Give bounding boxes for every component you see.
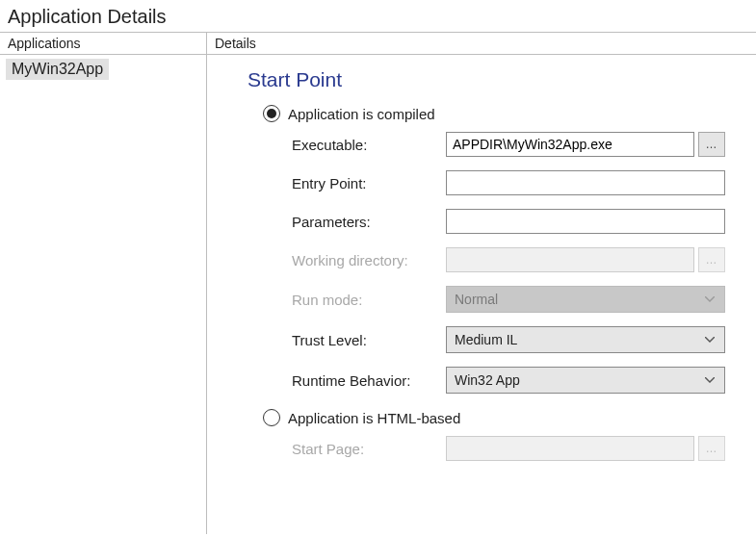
chevron-down-icon xyxy=(705,377,715,383)
radio-row-html-based[interactable]: Application is HTML-based xyxy=(263,409,739,426)
entry-point-input[interactable] xyxy=(446,170,725,195)
label-start-page: Start Page: xyxy=(292,441,446,457)
start-page-input xyxy=(446,436,694,461)
run-mode-value: Normal xyxy=(455,292,498,307)
application-item[interactable]: MyWin32App xyxy=(6,59,109,80)
label-entry-point: Entry Point: xyxy=(292,175,446,191)
label-runtime-behavior: Runtime Behavior: xyxy=(292,372,446,389)
details-header: Details xyxy=(207,33,756,55)
runtime-behavior-value: Win32 App xyxy=(455,372,520,388)
radio-html-based[interactable] xyxy=(263,409,280,426)
trust-level-value: Medium IL xyxy=(455,332,517,347)
runtime-behavior-select[interactable]: Win32 App xyxy=(446,367,725,394)
parameters-input[interactable] xyxy=(446,209,725,234)
label-executable: Executable: xyxy=(292,137,446,153)
sidebar-header: Applications xyxy=(0,33,206,55)
label-run-mode: Run mode: xyxy=(292,292,446,308)
executable-input[interactable] xyxy=(446,132,694,157)
applications-sidebar: Applications MyWin32App xyxy=(0,33,207,534)
ellipsis-icon: … xyxy=(706,442,718,455)
run-mode-select: Normal xyxy=(446,286,725,313)
radio-compiled[interactable] xyxy=(263,105,280,122)
details-panel: Details Start Point Application is compi… xyxy=(207,33,756,534)
browse-executable-button[interactable]: … xyxy=(698,132,725,157)
chevron-down-icon xyxy=(705,337,715,343)
browse-start-page-button: … xyxy=(698,436,725,461)
browse-working-directory-button: … xyxy=(698,247,725,272)
radio-compiled-label: Application is compiled xyxy=(288,106,435,122)
chevron-down-icon xyxy=(705,296,715,302)
radio-row-compiled[interactable]: Application is compiled xyxy=(263,105,739,122)
radio-html-based-label: Application is HTML-based xyxy=(288,410,460,426)
section-title-start-point: Start Point xyxy=(248,68,739,91)
trust-level-select[interactable]: Medium IL xyxy=(446,326,725,353)
label-working-directory: Working directory: xyxy=(292,252,446,268)
ellipsis-icon: … xyxy=(706,253,718,267)
label-trust-level: Trust Level: xyxy=(292,332,446,348)
ellipsis-icon: … xyxy=(706,138,718,151)
window-title: Application Details xyxy=(0,0,756,33)
label-parameters: Parameters: xyxy=(292,214,446,230)
working-directory-input xyxy=(446,247,694,272)
